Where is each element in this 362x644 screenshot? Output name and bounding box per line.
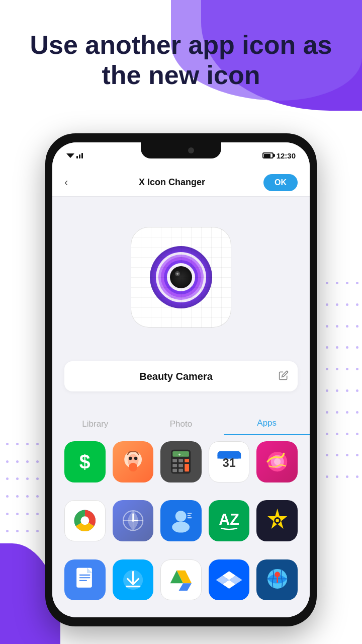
phone-screen: 12:30 ‹ X Icon Changer OK <box>52 142 310 617</box>
app-icon-downloader[interactable] <box>113 559 154 601</box>
icon-preview-box <box>131 227 231 328</box>
battery-tip <box>274 154 275 157</box>
app-nav-bar: ‹ X Icon Changer OK <box>52 169 310 197</box>
svg-point-4 <box>161 257 201 297</box>
svg-rect-24 <box>185 464 190 471</box>
tab-apps[interactable]: Apps <box>224 418 310 435</box>
svg-point-8 <box>175 271 180 276</box>
beauty-camera-icon <box>146 242 216 312</box>
tab-library[interactable]: Library <box>52 419 138 435</box>
app-icon-toca[interactable] <box>113 441 154 482</box>
app-icon-clock[interactable] <box>113 500 154 541</box>
svg-rect-45 <box>188 513 192 514</box>
svg-rect-23 <box>179 464 184 467</box>
name-field[interactable]: Beauty Camera <box>64 361 298 391</box>
svg-point-42 <box>132 520 134 522</box>
svg-point-43 <box>175 511 187 522</box>
battery-fill <box>264 154 271 157</box>
svg-point-68 <box>275 572 280 577</box>
svg-point-7 <box>170 266 192 288</box>
svg-point-44 <box>172 522 190 533</box>
svg-point-13 <box>129 457 132 460</box>
svg-text:$: $ <box>79 451 90 472</box>
svg-point-3 <box>158 255 204 300</box>
ok-button[interactable]: OK <box>263 174 298 191</box>
status-bar: 12:30 <box>52 142 310 169</box>
svg-rect-55 <box>79 577 90 578</box>
status-left <box>66 152 83 158</box>
app-name-text: Beauty Camera <box>73 371 279 382</box>
svg-point-6 <box>167 263 195 291</box>
nav-title: X Icon Changer <box>80 177 263 188</box>
app-icon-chrome[interactable] <box>64 500 106 541</box>
svg-point-5 <box>164 260 198 294</box>
app-icon-superstar[interactable] <box>256 500 298 541</box>
battery-icon <box>262 152 274 158</box>
heading-text: Use another app icon as the new icon <box>20 30 342 91</box>
svg-point-33 <box>274 458 281 465</box>
app-icon-calculator[interactable]: + - <box>160 441 202 482</box>
app-icon-earth[interactable] <box>256 559 298 601</box>
svg-rect-47 <box>188 518 192 519</box>
time-display: 12:30 <box>277 151 296 160</box>
phone-frame: 12:30 ‹ X Icon Changer OK <box>45 133 317 626</box>
svg-rect-19 <box>173 459 177 462</box>
svg-rect-21 <box>185 459 190 462</box>
svg-rect-22 <box>173 464 177 467</box>
page-heading: Use another app icon as the new icon <box>0 30 362 91</box>
svg-text:+  -: + - <box>178 452 184 457</box>
dots-decoration-right <box>326 282 356 493</box>
svg-point-51 <box>276 519 279 523</box>
icon-preview-area <box>52 197 310 358</box>
wifi-icon <box>66 152 74 158</box>
svg-point-2 <box>156 252 206 302</box>
notch <box>141 142 221 158</box>
svg-rect-56 <box>79 580 87 581</box>
signal-icon <box>76 153 83 158</box>
app-icon-candy[interactable] <box>256 441 298 482</box>
svg-marker-0 <box>66 153 74 158</box>
svg-rect-26 <box>179 469 184 472</box>
front-camera-dot <box>188 147 194 153</box>
svg-rect-54 <box>79 575 90 576</box>
app-icon-drive[interactable] <box>160 559 202 601</box>
svg-point-36 <box>80 517 89 525</box>
app-icon-docs[interactable] <box>64 559 106 601</box>
svg-point-14 <box>134 457 138 460</box>
svg-text:31: 31 <box>223 456 236 469</box>
app-icon-cashapp[interactable]: $ <box>64 441 106 482</box>
svg-point-1 <box>150 246 212 308</box>
app-icon-calendar[interactable]: 31 <box>209 441 250 482</box>
svg-point-15 <box>129 463 137 471</box>
svg-text:AZ: AZ <box>219 511 239 528</box>
edit-icon[interactable] <box>279 370 289 383</box>
tabs-bar: Library Photo Apps <box>52 409 310 435</box>
app-icon-contacts[interactable] <box>160 500 202 541</box>
svg-marker-63 <box>179 583 192 591</box>
svg-rect-46 <box>188 515 191 516</box>
svg-point-9 <box>176 273 178 275</box>
back-button[interactable]: ‹ <box>64 176 80 189</box>
svg-rect-20 <box>179 459 184 462</box>
dots-decoration-left <box>6 443 36 543</box>
app-grid: $ + - <box>52 435 310 617</box>
tab-photo[interactable]: Photo <box>138 419 224 435</box>
app-icon-dropbox[interactable] <box>209 559 250 601</box>
status-right: 12:30 <box>262 151 296 160</box>
app-icon-alpha[interactable]: AZ <box>209 500 250 541</box>
svg-rect-25 <box>173 469 177 472</box>
